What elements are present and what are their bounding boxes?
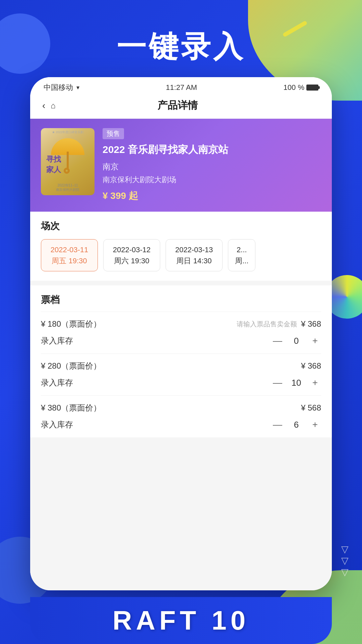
status-bar: 中国移动 ▾ 11:27 AM 100 %	[30, 77, 332, 95]
battery-icon	[306, 85, 318, 91]
ticket-1-face-price: ¥ 280（票面价）	[41, 361, 101, 371]
product-city: 南京	[103, 161, 321, 172]
status-time: 11:27 AM	[166, 83, 197, 92]
date-btn-3-line2: 周...	[235, 255, 248, 266]
ticket-0-face-price: ¥ 180（票面价）	[41, 319, 101, 329]
status-carrier: 中国移动 ▾	[44, 83, 79, 93]
ticket-2-decrement-button[interactable]: —	[272, 419, 284, 431]
chevron-icon-1: ▽	[341, 545, 349, 554]
ticket-2-price-row: ¥ 380（票面价） ¥ 568	[41, 402, 321, 413]
status-battery: 100 %	[284, 83, 318, 92]
ticket-1-sell-price: ¥ 368	[301, 361, 321, 371]
poster-top-text: ★ 2022年度口碑音乐剧	[41, 130, 95, 135]
ticket-0-sell-hint: 请输入票品售卖金额	[237, 320, 297, 329]
ticket-1-value: 10	[290, 378, 302, 388]
ticket-0-sell-price: ¥ 368	[301, 319, 321, 329]
phone-frame: 中国移动 ▾ 11:27 AM 100 % ‹ ⌂ 产品详情 ★ 2022年度口…	[30, 77, 332, 590]
chevron-icon-2: ▽	[341, 556, 349, 566]
date-btn-2-line2: 周日 14:30	[173, 255, 216, 266]
ticket-2-inventory-label: 录入库存	[41, 419, 73, 430]
ticket-0-value: 0	[290, 336, 302, 346]
date-btn-0[interactable]: 2022-03-11 周五 19:30	[41, 239, 98, 271]
battery-text: 100 %	[284, 83, 304, 92]
date-btn-3-line1: 2...	[235, 244, 248, 255]
content-area: 场次 2022-03-11 周五 19:30 2022-03-12 周六 19:…	[30, 212, 332, 590]
ticket-2-inventory-row: 录入库存 — 6 +	[41, 419, 321, 431]
ticket-0-price-row: ¥ 180（票面价） 请输入票品售卖金额 ¥ 368	[41, 319, 321, 329]
ticket-2-sell-area: ¥ 568	[301, 403, 321, 413]
poster-zh-text: 寻找家人	[46, 154, 61, 175]
product-name: 2022 音乐剧寻找家人南京站	[103, 143, 321, 157]
product-price: ¥ 399 起	[103, 190, 321, 202]
tickets-section: 票档 ¥ 180（票面价） 请输入票品售卖金额 ¥ 368 录入库存 — 0 +	[30, 285, 332, 437]
poster-small-text: 2022/8/11–11南京保利大剧院	[41, 183, 95, 192]
ticket-2-stepper: — 6 +	[272, 419, 321, 431]
ticket-1-inventory-row: 录入库存 — 10 +	[41, 377, 321, 389]
ticket-row-0: ¥ 180（票面价） 请输入票品售卖金额 ¥ 368 录入库存 — 0 +	[41, 312, 321, 354]
presale-badge: 预售	[103, 128, 124, 139]
date-btn-2[interactable]: 2022-03-13 周日 14:30	[166, 239, 223, 271]
ticket-1-sell-area: ¥ 368	[301, 361, 321, 371]
ticket-row-2: ¥ 380（票面价） ¥ 568 录入库存 — 6 +	[41, 395, 321, 437]
date-btn-2-line1: 2022-03-13	[173, 244, 216, 255]
date-btn-0-line1: 2022-03-11	[48, 244, 91, 255]
ticket-2-sell-price: ¥ 568	[301, 403, 321, 413]
bottom-banner: RAFT 10	[30, 597, 332, 644]
date-buttons-list: 2022-03-11 周五 19:30 2022-03-12 周六 19:30 …	[41, 239, 321, 273]
tickets-title: 票档	[41, 285, 321, 312]
ticket-0-inventory-row: 录入库存 — 0 +	[41, 335, 321, 347]
ticket-1-price-row: ¥ 280（票面价） ¥ 368	[41, 361, 321, 371]
date-btn-1[interactable]: 2022-03-12 周六 19:30	[103, 239, 160, 271]
ticket-0-increment-button[interactable]: +	[309, 335, 321, 347]
carrier-text: 中国移动	[44, 83, 73, 93]
ticket-2-value: 6	[290, 420, 302, 430]
date-btn-1-line2: 周六 19:30	[110, 255, 153, 266]
ticket-1-inventory-label: 录入库存	[41, 377, 73, 388]
product-header: ★ 2022年度口碑音乐剧 寻找家人 2022/8/11–11南京保利大剧院 预…	[30, 119, 332, 212]
page-title: 产品详情	[56, 99, 300, 112]
product-info: 预售 2022 音乐剧寻找家人南京站 南京 南京保利大剧院大剧场 ¥ 399 起	[103, 128, 321, 202]
ticket-1-increment-button[interactable]: +	[309, 377, 321, 389]
date-btn-1-line1: 2022-03-12	[110, 244, 153, 255]
date-btn-3[interactable]: 2... 周...	[228, 239, 255, 271]
sessions-title: 场次	[41, 220, 321, 232]
sessions-section: 场次 2022-03-11 周五 19:30 2022-03-12 周六 19:…	[30, 212, 332, 281]
ticket-2-face-price: ¥ 380（票面价）	[41, 402, 101, 413]
date-btn-0-line2: 周五 19:30	[48, 255, 91, 266]
main-title: 一键录入	[0, 27, 362, 67]
home-button[interactable]: ⌂	[51, 101, 56, 110]
chevron-icon-3: ▽	[341, 568, 349, 577]
product-poster: ★ 2022年度口碑音乐剧 寻找家人 2022/8/11–11南京保利大剧院	[41, 128, 95, 195]
wifi-icon: ▾	[76, 84, 79, 91]
ticket-0-inventory-label: 录入库存	[41, 335, 73, 346]
bottom-banner-text: RAFT 10	[113, 605, 250, 636]
ticket-row-1: ¥ 280（票面价） ¥ 368 录入库存 — 10 +	[41, 354, 321, 395]
nav-bar: ‹ ⌂ 产品详情	[30, 95, 332, 119]
ticket-0-sell-area: 请输入票品售卖金额 ¥ 368	[237, 319, 321, 329]
product-venue: 南京保利大剧院大剧场	[103, 175, 321, 185]
ticket-1-decrement-button[interactable]: —	[272, 377, 284, 389]
ticket-1-stepper: — 10 +	[272, 377, 321, 389]
ticket-0-stepper: — 0 +	[272, 335, 321, 347]
ticket-2-increment-button[interactable]: +	[309, 419, 321, 431]
back-button[interactable]: ‹	[42, 100, 45, 111]
chevron-decoration: ▽ ▽ ▽	[341, 545, 349, 577]
ticket-0-decrement-button[interactable]: —	[272, 335, 284, 347]
